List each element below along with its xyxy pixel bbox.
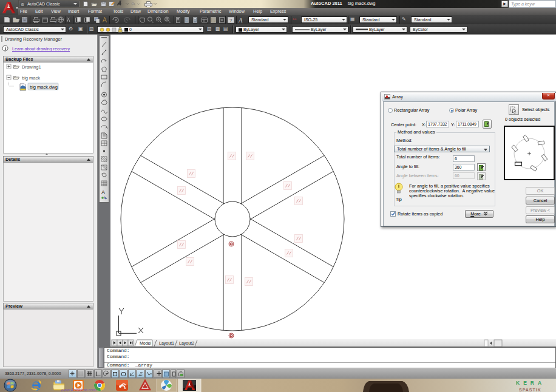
svg-text:Layout2: Layout2 <box>179 341 194 346</box>
svg-text:A: A <box>238 17 243 24</box>
svg-text:KERA: KERA <box>516 380 545 386</box>
svg-text:Layout1: Layout1 <box>159 341 174 346</box>
svg-text:A: A <box>101 189 105 195</box>
svg-text:SPASTIK: SPASTIK <box>519 388 541 392</box>
svg-text:www.Ashkkan.com: www.Ashkkan.com <box>61 388 97 392</box>
svg-text:Model: Model <box>140 341 152 345</box>
svg-text:big mack.dwg: big mack.dwg <box>30 84 58 90</box>
svg-text:big mack: big mack <box>22 75 40 81</box>
svg-text:?: ? <box>229 18 232 23</box>
svg-text:Drawing1: Drawing1 <box>22 64 41 70</box>
